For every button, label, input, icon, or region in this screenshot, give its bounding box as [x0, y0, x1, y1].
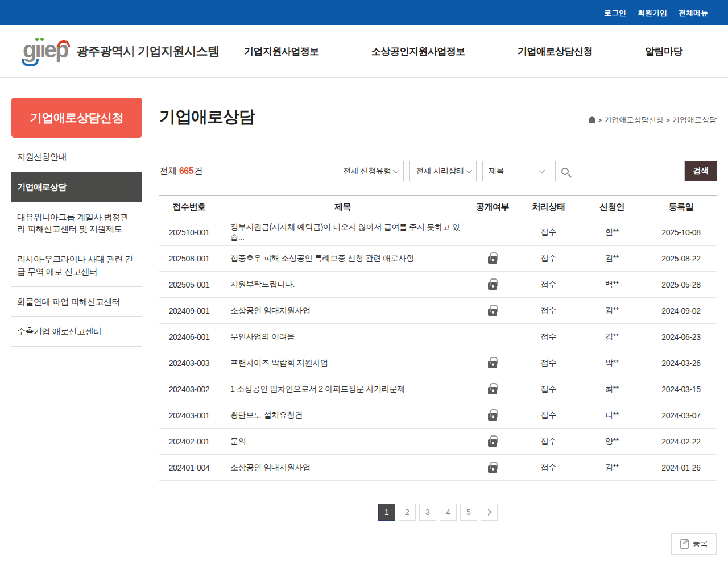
sidebar-menu: 지원신청안내기업애로상담대유위니아그룹 계열사 법정관리 피해신고센터 및 지원… [11, 142, 142, 347]
cell-title[interactable]: 소상공인 임대지원사업 [219, 298, 466, 324]
nav-item-4[interactable]: 알림마당 [645, 45, 682, 58]
cell-receipt-no: 202406-001 [159, 324, 219, 350]
page-button-5[interactable]: 5 [460, 504, 477, 521]
sidebar-item-6[interactable]: 수출기업 애로신고센터 [11, 317, 142, 347]
next-page-button[interactable] [481, 504, 498, 521]
filter-select-value: 제목 [489, 166, 504, 176]
cell-status: 접수 [519, 350, 578, 376]
page-button-3[interactable]: 3 [419, 504, 436, 521]
cell-status: 접수 [519, 455, 578, 481]
cell-applicant: 나** [578, 402, 646, 429]
table-row: 202403-0021 소상공인 임차인으로서 2 아파트정문 사거리문제접수최… [159, 376, 717, 402]
cell-title[interactable]: 집중호우 피해 소상공인 특례보증 신청 관련 애로사항 [219, 246, 466, 272]
cell-date: 2025-10-08 [646, 219, 717, 246]
lock-icon [488, 309, 497, 316]
cell-title[interactable]: 정부지원금(지자체 예탁금)이 나오지 않아서 급여를 주지 못하고 있습... [219, 219, 466, 246]
column-header: 제목 [219, 196, 466, 219]
cell-status: 접수 [519, 429, 578, 455]
total-count-value: 665 [179, 166, 193, 176]
cell-applicant: 김** [578, 298, 646, 324]
cell-title[interactable]: 횡단보도 설치요청건 [219, 402, 466, 429]
consultation-table: 접수번호제목공개여부처리상태신청인등록일 202510-001정부지원금(지자체… [159, 195, 717, 481]
cell-title[interactable]: 프랜차이즈 박람회 지원사업 [219, 350, 466, 376]
register-button[interactable]: 등록 [671, 533, 717, 555]
cell-date: 2024-03-26 [646, 350, 717, 376]
page-button-1[interactable]: 1 [378, 504, 395, 521]
column-header: 등록일 [646, 196, 717, 219]
main-panel: 기업애로상담 >기업애로상담신청>기업애로상담 전체 665건 전체 신청유형전… [159, 98, 717, 555]
topbar-link-2[interactable]: 회원가입 [638, 9, 667, 17]
sidebar-item-4[interactable]: 러시아-우크라이나 사태 관련 긴급 무역 애로 신고센터 [11, 244, 142, 287]
cell-date: 2024-06-23 [646, 324, 717, 350]
site-logo[interactable]: gııep 광주광역시 기업지원시스템 [23, 38, 220, 64]
search-input[interactable] [573, 167, 679, 176]
breadcrumb-item-1[interactable]: 기업애로상담신청 [604, 115, 663, 125]
cell-applicant: 최** [578, 376, 646, 402]
cell-date: 2025-08-22 [646, 246, 717, 272]
register-row: 등록 [159, 533, 717, 555]
nav-item-3[interactable]: 기업애로상담신청 [518, 45, 593, 58]
cell-receipt-no: 202403-003 [159, 350, 219, 376]
cell-title[interactable]: 1 소상공인 임차인으로서 2 아파트정문 사거리문제 [219, 376, 466, 402]
cell-date: 2024-02-22 [646, 429, 717, 455]
cell-visibility [466, 219, 519, 246]
breadcrumb-item-2[interactable]: 기업애로상담 [672, 115, 717, 125]
page-button-2[interactable]: 2 [399, 504, 416, 521]
content-area: 기업애로상담신청 지원신청안내기업애로상담대유위니아그룹 계열사 법정관리 피해… [0, 78, 728, 555]
cell-visibility [466, 376, 519, 402]
filter-select-3[interactable]: 제목 [482, 161, 549, 181]
lock-icon [488, 387, 497, 394]
cell-applicant: 함** [578, 219, 646, 246]
pencil-document-icon [680, 539, 689, 549]
cell-receipt-no: 202508-001 [159, 246, 219, 272]
cell-receipt-no: 202401-004 [159, 455, 219, 481]
lock-icon [488, 465, 497, 473]
sidebar: 기업애로상담신청 지원신청안내기업애로상담대유위니아그룹 계열사 법정관리 피해… [11, 98, 142, 347]
cell-date: 2025-05-28 [646, 272, 717, 298]
cell-status: 접수 [519, 246, 578, 272]
sidebar-item-1[interactable]: 지원신청안내 [11, 142, 142, 172]
cell-status: 접수 [519, 298, 578, 324]
logo-mark-icon: gııep [23, 38, 67, 64]
sidebar-title: 기업애로상담신청 [11, 98, 142, 138]
cell-visibility [466, 429, 519, 455]
topbar-link-1[interactable]: 로그인 [604, 9, 626, 17]
sidebar-item-3[interactable]: 대유위니아그룹 계열사 법정관리 피해신고센터 및 지원제도 [11, 202, 142, 245]
page-title: 기업애로상담 [159, 106, 255, 128]
search-button[interactable]: 검색 [685, 161, 717, 181]
sidebar-item-2[interactable]: 기업애로상담 [11, 172, 142, 202]
chevron-down-icon [539, 167, 545, 173]
nav-item-1[interactable]: 기업지원사업정보 [244, 45, 319, 58]
nav-item-2[interactable]: 소상공인지원사업정보 [371, 45, 465, 58]
page-button-4[interactable]: 4 [440, 504, 457, 521]
cell-visibility [466, 455, 519, 481]
topbar-link-3[interactable]: 전체메뉴 [679, 9, 708, 17]
cell-applicant: 양** [578, 429, 646, 455]
cell-applicant: 박** [578, 350, 646, 376]
lock-icon [488, 439, 497, 447]
search-box [555, 161, 685, 181]
cell-applicant: 백** [578, 272, 646, 298]
cell-title[interactable]: 소상공인 임대지원사업 [219, 455, 466, 481]
cell-title[interactable]: 무인사업의 어려움 [219, 324, 466, 350]
table-row: 202510-001정부지원금(지자체 예탁금)이 나오지 않아서 급여를 주지… [159, 219, 717, 246]
site-header: gııep 광주광역시 기업지원시스템 기업지원사업정보소상공인지원사업정보기업… [0, 25, 728, 78]
cell-visibility [466, 402, 519, 429]
cell-applicant: 김** [578, 324, 646, 350]
filter-select-2[interactable]: 전체 처리상태 [410, 161, 477, 181]
sidebar-item-5[interactable]: 화물연대 파업 피해신고센터 [11, 287, 142, 317]
cell-receipt-no: 202403-001 [159, 402, 219, 429]
site-title: 광주광역시 기업지원시스템 [76, 43, 219, 59]
filter-select-1[interactable]: 전체 신청유형 [337, 161, 404, 181]
table-row: 202401-004소상공인 임대지원사업접수김**2024-01-26 [159, 455, 717, 481]
cell-receipt-no: 202505-001 [159, 272, 219, 298]
home-icon[interactable] [589, 119, 595, 123]
cell-visibility [466, 324, 519, 350]
breadcrumb-separator: > [598, 116, 602, 124]
cell-title[interactable]: 지원부탁드립니다. [219, 272, 466, 298]
table-row: 202406-001무인사업의 어려움접수김**2024-06-23 [159, 324, 717, 350]
cell-date: 2024-03-07 [646, 402, 717, 429]
chevron-down-icon [393, 167, 399, 173]
cell-title[interactable]: 문의 [219, 429, 466, 455]
cell-visibility [466, 350, 519, 376]
